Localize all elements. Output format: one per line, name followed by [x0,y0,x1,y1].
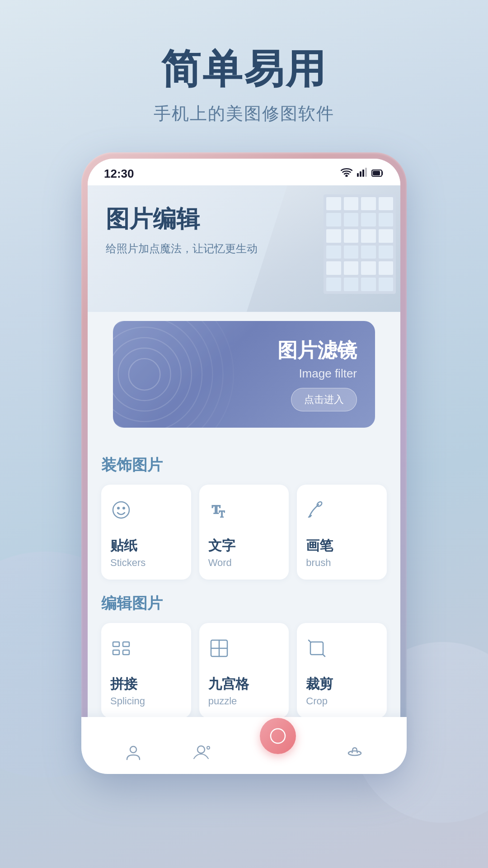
decorate-items-grid: 贴纸 Stickers T T 文字 Word [101,485,387,580]
puzzle-name-cn: 九宫格 [208,675,249,693]
filter-card-content: 图片滤镜 Image filter 点击进入 [131,337,357,411]
word-name-cn: 文字 [208,537,235,555]
add-icon [270,728,286,744]
item-word[interactable]: T T 文字 Word [199,485,289,580]
nav-item-hat[interactable] [346,743,364,761]
section-decorate-label2: 图片 [132,456,163,473]
svg-rect-2 [360,171,361,177]
svg-rect-24 [123,650,129,655]
item-stickers[interactable]: 贴纸 Stickers [101,485,191,580]
status-time: 12:30 [104,167,134,181]
app-subtitle: 手机上的美图修图软件 [0,102,488,125]
svg-rect-1 [357,173,359,177]
section-edit-label1: 编辑 [101,594,132,612]
splice-name-en: Splicing [110,695,145,707]
battery-icon [371,168,384,179]
item-splicing[interactable]: 拼接 Splicing [101,623,191,718]
brush-icon [306,499,328,524]
nav-item-camera[interactable] [192,743,210,761]
item-brush[interactable]: 画笔 brush [297,485,387,580]
section-edit-title: 编辑图片 [101,593,387,614]
svg-point-33 [348,751,361,755]
filter-card-title: 图片滤镜 [131,337,357,364]
filter-enter-button[interactable]: 点击进入 [291,388,357,411]
svg-point-31 [207,746,210,749]
svg-point-32 [271,729,285,743]
edit-items-grid: 拼接 Splicing 九宫格 puzzle [101,623,387,718]
header-section: 简单易用 手机上的美图修图软件 [0,0,488,152]
sticker-name-cn: 贴纸 [110,537,137,555]
item-puzzle[interactable]: 九宫格 puzzle [199,623,289,718]
svg-point-29 [130,746,136,753]
filter-card-subtitle: Image filter [131,367,357,381]
hero-banner: 图片编辑 给照片加点魔法，让记忆更生动 [88,185,400,312]
svg-point-30 [197,746,205,753]
puzzle-icon [208,637,230,662]
nav-add-button[interactable] [260,718,296,754]
svg-point-15 [113,502,129,518]
word-name-en: Word [208,557,232,569]
app-title: 简单易用 [0,45,488,93]
brush-name-cn: 画笔 [306,537,333,555]
svg-point-20 [316,501,323,507]
hero-desc: 给照片加点魔法，让记忆更生动 [106,241,382,257]
svg-text:T: T [219,509,225,519]
status-icons [341,168,384,179]
person-icon [124,743,142,761]
phone-wrapper: 12:30 [0,152,488,774]
nav-item-person[interactable] [124,743,142,761]
splice-icon [110,637,132,662]
signal-icon [357,168,367,179]
hero-title: 图片编辑 [106,203,382,235]
crop-name-cn: 裁剪 [306,675,333,693]
svg-rect-23 [113,650,119,655]
bottom-nav [88,717,400,768]
svg-rect-6 [373,171,380,175]
camera-icon [192,743,210,761]
svg-rect-21 [113,642,119,646]
splice-name-cn: 拼接 [110,675,137,693]
section-decorate-title: 装饰图片 [101,455,387,476]
item-crop[interactable]: 裁剪 Crop [297,623,387,718]
brush-name-en: brush [306,557,331,569]
svg-point-17 [123,507,125,509]
hat-icon [346,743,364,761]
phone-inner: 12:30 [88,159,400,768]
wifi-icon [341,168,352,179]
svg-rect-3 [362,170,364,177]
puzzle-name-en: puzzle [208,695,237,707]
word-icon: T T [208,499,230,524]
svg-point-0 [346,175,347,177]
sticker-name-en: Stickers [110,557,145,569]
filter-card-wrapper: 图片滤镜 Image filter 点击进入 [88,321,400,428]
svg-rect-28 [310,642,323,655]
crop-icon [306,637,328,662]
sticker-icon [110,499,132,524]
filter-card[interactable]: 图片滤镜 Image filter 点击进入 [113,321,375,428]
section-edit-label2: 图片 [132,594,163,612]
scroll-content: 装饰图片 贴纸 Sti [88,428,400,768]
status-bar: 12:30 [88,159,400,185]
crop-name-en: Crop [306,695,328,707]
phone-outer: 12:30 [81,152,407,774]
section-decorate-label1: 装饰 [101,456,132,473]
svg-rect-22 [123,642,129,646]
svg-rect-4 [365,168,367,177]
svg-point-16 [117,507,119,509]
